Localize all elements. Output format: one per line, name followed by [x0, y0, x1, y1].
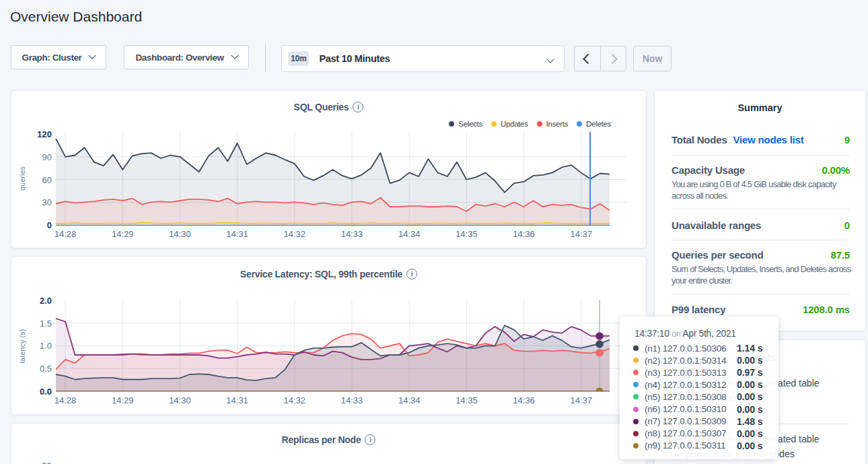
svg-text:0: 0: [47, 220, 52, 230]
svg-text:14:36: 14:36: [513, 229, 535, 239]
svg-text:14:32: 14:32: [284, 229, 306, 239]
svg-text:90: 90: [42, 152, 52, 162]
svg-text:14:35: 14:35: [456, 229, 478, 239]
svg-text:14:33: 14:33: [341, 229, 363, 239]
svg-text:14:36: 14:36: [513, 395, 535, 405]
svg-text:14:30: 14:30: [169, 229, 191, 239]
svg-text:14:33: 14:33: [341, 395, 363, 405]
svg-text:120: 120: [37, 129, 52, 139]
svg-text:14:29: 14:29: [112, 395, 134, 405]
svg-text:14:37: 14:37: [571, 229, 593, 239]
svg-text:14:28: 14:28: [55, 395, 77, 405]
svg-text:14:31: 14:31: [226, 229, 248, 239]
svg-text:2.0: 2.0: [40, 296, 52, 306]
svg-text:14:30: 14:30: [169, 395, 191, 405]
svg-text:0.5: 0.5: [40, 364, 52, 374]
svg-text:1.0: 1.0: [40, 341, 52, 351]
svg-text:queries: queries: [18, 166, 26, 191]
svg-text:14:37: 14:37: [571, 395, 593, 405]
svg-text:14:34: 14:34: [398, 229, 421, 239]
svg-text:14:35: 14:35: [456, 395, 478, 405]
svg-text:latency (s): latency (s): [18, 329, 26, 364]
svg-text:14:31: 14:31: [226, 395, 248, 405]
svg-text:60: 60: [42, 175, 52, 185]
svg-text:14:32: 14:32: [284, 395, 306, 405]
svg-text:30: 30: [42, 197, 52, 207]
svg-text:1.5: 1.5: [40, 319, 52, 329]
svg-text:0.0: 0.0: [40, 387, 52, 397]
svg-text:14:28: 14:28: [55, 229, 77, 239]
svg-text:14:34: 14:34: [398, 395, 421, 405]
svg-text:14:29: 14:29: [112, 229, 134, 239]
